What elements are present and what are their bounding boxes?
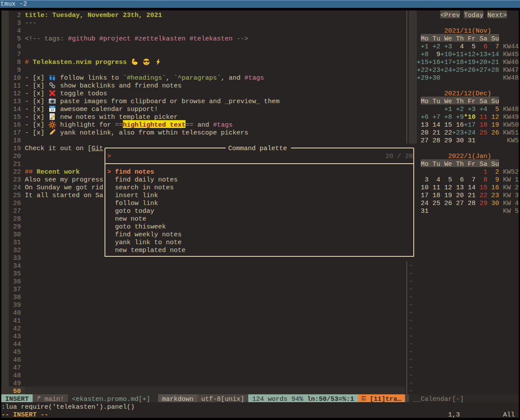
svg-text:17: 17 xyxy=(51,108,54,111)
svg-text:July: July xyxy=(51,106,54,108)
